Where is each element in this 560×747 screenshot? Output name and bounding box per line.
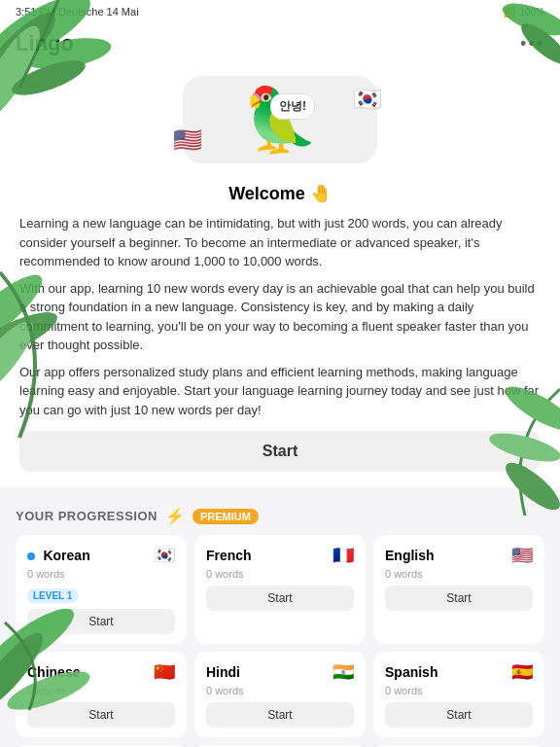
language-row-1: Korean 🇰🇷 0 words LEVEL 1 Start French 🇫… (16, 535, 544, 644)
language-start-button[interactable]: Start (385, 586, 533, 611)
premium-badge: PREMIUM (192, 509, 259, 524)
language-name: Hindi (206, 664, 240, 680)
welcome-para-1: Learning a new language can be intimidat… (19, 214, 541, 271)
status-time: 3:51 PM Deutsche 14 Mai (16, 6, 139, 18)
language-card-hindi: Hindi 🇮🇳 0 words Start (194, 652, 366, 737)
progression-header: YOUR PROGRESSION ⚡ PREMIUM (16, 507, 544, 525)
word-count: 0 words (27, 568, 175, 580)
language-flag: 🇺🇸 (511, 545, 533, 566)
word-count: 0 words (385, 685, 533, 696)
language-start-button[interactable]: Start (206, 586, 354, 611)
level-badge: LEVEL 1 (27, 588, 78, 603)
language-flag: 🇫🇷 (332, 545, 354, 566)
active-dot (27, 552, 35, 560)
wifi-icon: 📶 (504, 7, 515, 18)
language-flag: 🇪🇸 (511, 661, 533, 683)
hero-card: 🇺🇸 안녕! 🦜 🇰🇷 (183, 76, 377, 163)
progression-title: YOUR PROGRESSION (16, 509, 158, 523)
language-name: Spanish (385, 664, 438, 680)
language-name: English (385, 548, 435, 563)
language-card-english: English 🇺🇸 0 words Start (373, 535, 544, 644)
language-start-button[interactable]: Start (27, 702, 175, 728)
welcome-title: Welcome 🤚 (19, 183, 541, 204)
language-start-button[interactable]: Start (385, 702, 533, 728)
hero-container: 🇺🇸 안녕! 🦜 🇰🇷 (0, 60, 560, 171)
word-count: 0 words (27, 685, 175, 696)
language-card-french: French 🇫🇷 0 words Start (194, 535, 366, 644)
lightning-icon: ⚡ (165, 507, 185, 525)
word-count: 0 words (206, 685, 354, 696)
language-card-korean: Korean 🇰🇷 0 words LEVEL 1 Start (16, 535, 187, 644)
language-row-2: Chinese 🇨🇳 0 words Start Hindi 🇮🇳 0 word… (16, 652, 544, 737)
status-right: 📶 100% (504, 7, 544, 18)
language-name: Chinese (27, 664, 80, 680)
language-card-spanish: Spanish 🇪🇸 0 words Start (373, 652, 544, 737)
language-flag: 🇨🇳 (154, 661, 175, 683)
language-flag: 🇰🇷 (154, 545, 175, 566)
welcome-section: Welcome 🤚 Learning a new language can be… (0, 171, 560, 487)
app-header: Lingo ••• (0, 23, 560, 60)
progression-section: YOUR PROGRESSION ⚡ PREMIUM Korean 🇰🇷 0 w… (0, 495, 560, 747)
welcome-para-3: Our app offers personalized study plans … (19, 363, 541, 420)
welcome-start-button[interactable]: Start (19, 431, 541, 472)
status-bar: 3:51 PM Deutsche 14 Mai 📶 100% (0, 0, 560, 23)
language-name: Korean (43, 548, 89, 563)
language-start-button[interactable]: Start (27, 609, 175, 634)
language-card-chinese: Chinese 🇨🇳 0 words Start (16, 652, 187, 737)
flag-us-icon: 🇺🇸 (173, 126, 202, 154)
language-name: French (206, 548, 252, 563)
welcome-para-2: With our app, learning 10 new words ever… (19, 279, 541, 355)
word-count: 0 words (385, 568, 533, 580)
word-count: 0 words (206, 568, 354, 580)
speech-bubble: 안녕! (270, 93, 315, 120)
language-flag: 🇮🇳 (332, 661, 354, 683)
more-options-button[interactable]: ••• (520, 34, 544, 54)
language-start-button[interactable]: Start (206, 702, 354, 728)
app-title: Lingo (16, 31, 74, 56)
flag-kr-icon: 🇰🇷 (353, 86, 382, 113)
